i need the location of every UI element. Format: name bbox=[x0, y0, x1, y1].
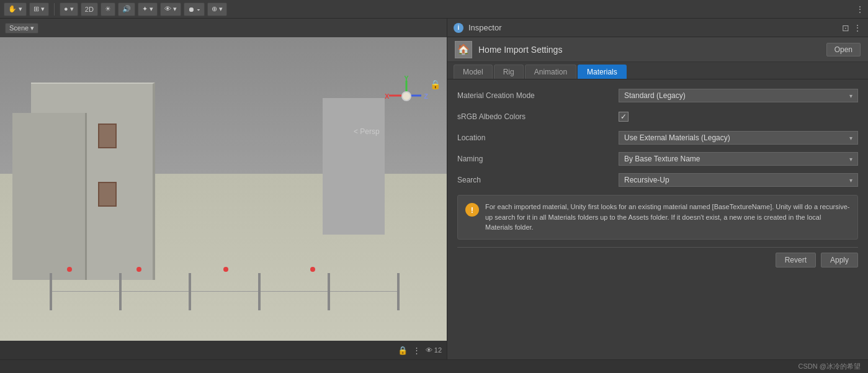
toolbar-left: ✋ ▾ ⊞ ▾ ● ▾ 2D ☀ 🔊 ✦ ▾ 👁 ▾ ⏺ ▾ ⊕ ▾ bbox=[0, 2, 231, 16]
2d-toggle[interactable]: 2D bbox=[81, 2, 98, 16]
naming-text: By Base Texture Name bbox=[624, 155, 700, 163]
gizmo-center bbox=[401, 91, 411, 101]
scene-name-btn[interactable]: Scene ▾ bbox=[5, 23, 38, 34]
asset-icon: 🏠 bbox=[455, 41, 472, 58]
naming-dropdown[interactable]: By Base Texture Name ▾ bbox=[619, 152, 858, 166]
inspector-panel: i Inspector ⊡ ⋮ 🏠 Home Import Settings O… bbox=[447, 19, 868, 359]
fence-area bbox=[50, 219, 397, 310]
fence-post-2 bbox=[119, 273, 122, 310]
form-actions: Revert Apply bbox=[457, 247, 858, 267]
pivot-toggle[interactable]: ⊞ ▾ bbox=[29, 2, 49, 16]
location-dropdown-arrow-icon: ▾ bbox=[849, 135, 852, 142]
main-content: Scene ▾ bbox=[0, 19, 868, 359]
perspective-label: < Persp bbox=[354, 127, 380, 136]
srgb-label: sRGB Albedo Colors bbox=[457, 112, 619, 121]
hidden-toggle[interactable]: 👁 ▾ bbox=[160, 2, 181, 16]
inspector-icon: i bbox=[454, 23, 463, 33]
dropdown-arrow-icon: ▾ bbox=[19, 5, 22, 13]
revert-button[interactable]: Revert bbox=[776, 253, 816, 267]
search-value: Recursive-Up ▾ bbox=[619, 173, 858, 187]
fence-post-5 bbox=[328, 273, 330, 310]
gizmo-toggle[interactable]: ⊕ ▾ bbox=[207, 2, 227, 16]
info-box: ! For each imported material, Unity firs… bbox=[457, 195, 858, 240]
tab-materials[interactable]: Materials bbox=[578, 65, 627, 79]
lock-icon: 🔒 bbox=[430, 79, 441, 89]
asset-title-bar: 🏠 Home Import Settings Open bbox=[447, 37, 868, 62]
asset-title: Home Import Settings bbox=[478, 45, 562, 55]
toolbar-divider-1 bbox=[54, 3, 55, 16]
material-creation-mode-dropdown[interactable]: Standard (Legacy) ▾ bbox=[619, 89, 858, 102]
naming-dropdown-arrow-icon: ▾ bbox=[849, 156, 852, 163]
fx-toggle[interactable]: ✦ ▾ bbox=[138, 2, 158, 16]
scene-toolbar: Scene ▾ bbox=[0, 19, 447, 37]
naming-value: By Base Texture Name ▾ bbox=[619, 152, 858, 166]
srgb-checkbox[interactable]: ✓ bbox=[619, 112, 629, 122]
location-dropdown[interactable]: Use External Materials (Legacy) ▾ bbox=[619, 131, 858, 145]
inspector-menu-icon[interactable]: ⋮ bbox=[853, 23, 862, 33]
material-creation-mode-text: Standard (Legacy) bbox=[624, 91, 686, 100]
lock-bottom-icon: 🔒 bbox=[398, 346, 408, 355]
fence-post-6 bbox=[397, 273, 400, 310]
toolbar-right: ⋮ bbox=[852, 4, 868, 14]
location-value: Use External Materials (Legacy) ▾ bbox=[619, 131, 858, 145]
scene-bottom-bar: 🔒 ⋮ 👁 12 bbox=[0, 341, 447, 359]
srgb-value: ✓ bbox=[619, 112, 858, 122]
naming-row: Naming By Base Texture Name ▾ bbox=[457, 151, 858, 166]
tab-rig[interactable]: Rig bbox=[494, 65, 524, 79]
more-icon: ⋮ bbox=[413, 346, 421, 355]
tab-model[interactable]: Model bbox=[454, 65, 493, 79]
material-creation-mode-row: Material Creation Mode Standard (Legacy)… bbox=[457, 88, 858, 103]
search-dropdown-arrow-icon: ▾ bbox=[849, 177, 852, 184]
fence-wire bbox=[50, 291, 397, 292]
gizmo-x-label: X bbox=[385, 92, 389, 100]
apply-button[interactable]: Apply bbox=[821, 253, 858, 267]
audio-toggle[interactable]: 🔊 bbox=[118, 2, 135, 16]
top-toolbar: ✋ ▾ ⊞ ▾ ● ▾ 2D ☀ 🔊 ✦ ▾ 👁 ▾ ⏺ ▾ ⊕ ▾ ⋮ bbox=[0, 0, 868, 19]
gizmo-z-label: Z bbox=[424, 92, 428, 100]
transform-tools[interactable]: ✋ ▾ bbox=[4, 2, 27, 16]
fence-post-3 bbox=[189, 273, 191, 310]
material-creation-mode-label: Material Creation Mode bbox=[457, 91, 619, 100]
search-label: Search bbox=[457, 176, 619, 184]
search-dropdown[interactable]: Recursive-Up ▾ bbox=[619, 173, 858, 187]
inspector-title: Inspector bbox=[468, 23, 501, 32]
location-text: Use External Materials (Legacy) bbox=[624, 133, 730, 142]
material-creation-mode-value: Standard (Legacy) ▾ bbox=[619, 89, 858, 102]
fence-post-1 bbox=[50, 273, 52, 310]
warning-icon: ! bbox=[465, 203, 479, 217]
materials-form: Material Creation Mode Standard (Legacy)… bbox=[447, 79, 868, 359]
building-right bbox=[323, 98, 385, 235]
inspector-header-actions: ⊡ ⋮ bbox=[842, 23, 862, 33]
location-row: Location Use External Materials (Legacy)… bbox=[457, 130, 858, 145]
maximize-icon[interactable]: ⊡ bbox=[842, 23, 849, 33]
red-dot-4 bbox=[310, 267, 315, 272]
scene-canvas: Y X Z < Persp 🔒 bbox=[0, 37, 447, 341]
fence-post-4 bbox=[258, 273, 261, 310]
srgb-row: sRGB Albedo Colors ✓ bbox=[457, 109, 858, 124]
scene-view: Scene ▾ bbox=[0, 19, 447, 359]
inspector-header: i Inspector ⊡ ⋮ bbox=[447, 19, 868, 37]
tabs-bar: Model Rig Animation Materials bbox=[447, 62, 868, 79]
hand-icon: ✋ bbox=[8, 5, 17, 13]
scene-gizmo: Y X Z bbox=[385, 74, 428, 118]
lighting-toggle[interactable]: ☀ bbox=[101, 2, 115, 16]
red-dot-1 bbox=[67, 267, 72, 272]
location-label: Location bbox=[457, 133, 619, 142]
search-row: Search Recursive-Up ▾ bbox=[457, 173, 858, 187]
open-button[interactable]: Open bbox=[826, 43, 861, 56]
render-mode[interactable]: ● ▾ bbox=[60, 2, 78, 16]
red-dot-2 bbox=[136, 267, 141, 272]
tab-animation[interactable]: Animation bbox=[525, 65, 576, 79]
status-bar: CSDN @冰冷的希望 bbox=[0, 359, 868, 373]
more-options-icon[interactable]: ⋮ bbox=[856, 4, 864, 14]
window-2 bbox=[98, 124, 117, 148]
red-dot-3 bbox=[223, 267, 228, 272]
search-text: Recursive-Up bbox=[624, 176, 669, 184]
info-text: For each imported material, Unity first … bbox=[485, 202, 850, 233]
checkmark-icon: ✓ bbox=[620, 112, 627, 121]
naming-label: Naming bbox=[457, 155, 619, 163]
record-toggle[interactable]: ⏺ ▾ bbox=[184, 2, 205, 16]
dropdown-arrow-icon: ▾ bbox=[849, 92, 852, 99]
visibility-icon: 👁 12 bbox=[426, 346, 442, 354]
csdn-label: CSDN @冰冷的希望 bbox=[799, 362, 861, 371]
